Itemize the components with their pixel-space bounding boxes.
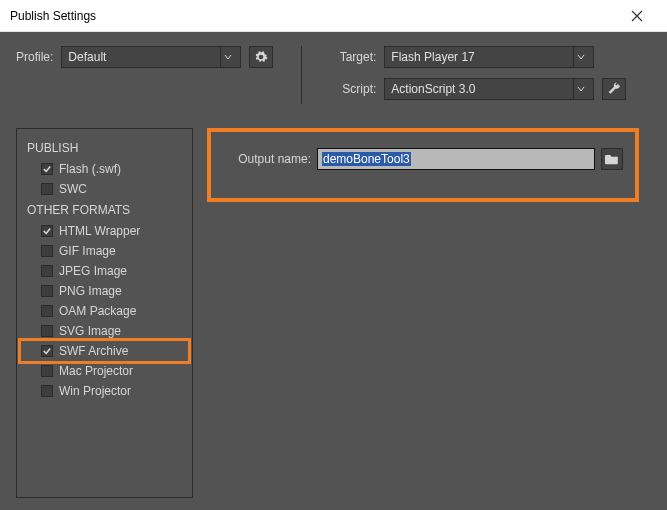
top-row: Profile: Default Target: Flash Player 17 bbox=[16, 46, 651, 104]
script-settings-button[interactable] bbox=[602, 78, 626, 100]
target-script-area: Target: Flash Player 17 Script: ActionSc… bbox=[330, 46, 626, 100]
checkbox[interactable] bbox=[41, 285, 53, 297]
profile-dropdown[interactable]: Default bbox=[61, 46, 241, 68]
close-icon bbox=[631, 10, 643, 22]
format-label: SWC bbox=[59, 182, 87, 196]
chevron-down-icon bbox=[220, 47, 234, 67]
script-row: Script: ActionScript 3.0 bbox=[330, 78, 626, 100]
format-label: GIF Image bbox=[59, 244, 116, 258]
content-area: PUBLISH Flash (.swf) SWC OTHER FORMATS H… bbox=[16, 128, 651, 498]
format-item-gif-image[interactable]: GIF Image bbox=[23, 241, 186, 261]
folder-icon bbox=[605, 153, 619, 165]
script-dropdown[interactable]: ActionScript 3.0 bbox=[384, 78, 594, 100]
checkbox[interactable] bbox=[41, 365, 53, 377]
format-item-html-wrapper[interactable]: HTML Wrapper bbox=[23, 221, 186, 241]
titlebar: Publish Settings bbox=[0, 0, 667, 32]
format-label: OAM Package bbox=[59, 304, 136, 318]
format-item-png-image[interactable]: PNG Image bbox=[23, 281, 186, 301]
format-item-swc[interactable]: SWC bbox=[23, 179, 186, 199]
main-panel: Output name: demoBoneTool3 bbox=[207, 128, 651, 202]
script-value: ActionScript 3.0 bbox=[391, 82, 567, 96]
checkbox[interactable] bbox=[41, 245, 53, 257]
format-item-win-projector[interactable]: Win Projector bbox=[23, 381, 186, 401]
chevron-down-icon bbox=[573, 79, 587, 99]
format-item-jpeg-image[interactable]: JPEG Image bbox=[23, 261, 186, 281]
format-label: Flash (.swf) bbox=[59, 162, 121, 176]
format-label: SWF Archive bbox=[59, 344, 128, 358]
section-other-formats: OTHER FORMATS bbox=[27, 203, 186, 217]
target-dropdown[interactable]: Flash Player 17 bbox=[384, 46, 594, 68]
target-value: Flash Player 17 bbox=[391, 50, 567, 64]
output-name-highlight: Output name: demoBoneTool3 bbox=[207, 128, 639, 202]
output-row: Output name: demoBoneTool3 bbox=[223, 148, 623, 170]
output-name-value: demoBoneTool3 bbox=[322, 152, 411, 166]
section-publish: PUBLISH bbox=[27, 141, 186, 155]
chevron-down-icon bbox=[573, 47, 587, 67]
checkbox[interactable] bbox=[41, 385, 53, 397]
format-label: JPEG Image bbox=[59, 264, 127, 278]
dialog-body: Profile: Default Target: Flash Player 17 bbox=[0, 32, 667, 510]
checkbox[interactable] bbox=[41, 183, 53, 195]
output-name-label: Output name: bbox=[223, 152, 311, 166]
format-label: Mac Projector bbox=[59, 364, 133, 378]
format-item-flash-swf[interactable]: Flash (.swf) bbox=[23, 159, 186, 179]
checkbox[interactable] bbox=[41, 305, 53, 317]
format-item-swf-archive[interactable]: SWF Archive bbox=[21, 341, 188, 361]
profile-options-button[interactable] bbox=[249, 46, 273, 68]
gear-icon bbox=[254, 50, 268, 64]
script-label: Script: bbox=[330, 82, 376, 96]
format-label: PNG Image bbox=[59, 284, 122, 298]
browse-output-button[interactable] bbox=[601, 148, 623, 170]
format-label: Win Projector bbox=[59, 384, 131, 398]
format-item-mac-projector[interactable]: Mac Projector bbox=[23, 361, 186, 381]
checkbox[interactable] bbox=[41, 163, 53, 175]
format-item-oam-package[interactable]: OAM Package bbox=[23, 301, 186, 321]
format-label: HTML Wrapper bbox=[59, 224, 140, 238]
profile-label: Profile: bbox=[16, 50, 53, 64]
target-label: Target: bbox=[330, 50, 376, 64]
checkbox[interactable] bbox=[41, 345, 53, 357]
profile-value: Default bbox=[68, 50, 214, 64]
format-label: SVG Image bbox=[59, 324, 121, 338]
checkbox[interactable] bbox=[41, 265, 53, 277]
format-sidebar: PUBLISH Flash (.swf) SWC OTHER FORMATS H… bbox=[16, 128, 193, 498]
format-item-svg-image[interactable]: SVG Image bbox=[23, 321, 186, 341]
checkbox[interactable] bbox=[41, 225, 53, 237]
close-button[interactable] bbox=[617, 0, 657, 32]
vertical-separator bbox=[301, 46, 302, 104]
wrench-icon bbox=[607, 82, 621, 96]
target-row: Target: Flash Player 17 bbox=[330, 46, 626, 68]
profile-area: Profile: Default bbox=[16, 46, 273, 68]
publish-settings-window: Publish Settings Profile: Default bbox=[0, 0, 667, 510]
window-title: Publish Settings bbox=[10, 9, 617, 23]
checkbox[interactable] bbox=[41, 325, 53, 337]
output-name-input[interactable]: demoBoneTool3 bbox=[317, 148, 595, 170]
